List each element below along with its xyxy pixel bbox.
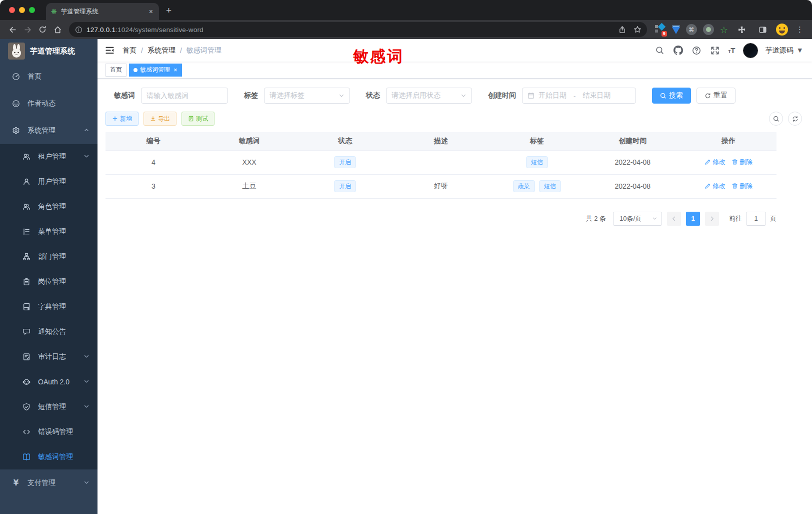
sidebar-item-audit-log[interactable]: 审计日志 [0,344,98,369]
window-minimize-button[interactable] [19,7,25,13]
browser-menu-icon[interactable]: ⋮ [796,25,804,34]
edit-link[interactable]: 修改 [704,182,726,191]
app-title: 芋道管理系统 [30,47,75,56]
site-info-icon[interactable] [75,26,82,34]
column-header: 敏感词 [202,132,298,150]
home-icon[interactable] [50,22,65,37]
goto-page-input[interactable] [746,212,766,226]
keyword-input[interactable] [146,92,222,100]
url-bar[interactable]: 127.0.0.1:1024/system/sensitive-word [69,22,647,37]
sidebar-item-pay[interactable]: ¥支付管理 [0,469,98,496]
star-extension-icon[interactable]: ☆ [720,25,728,35]
sidebar-item-label: OAuth 2.0 [38,378,70,386]
filter-status-label: 状态 [366,91,380,100]
sidebar-item-notice[interactable]: 通知公告 [0,319,98,344]
search-button[interactable]: 搜索 [652,88,691,104]
refresh-table-button[interactable] [788,112,802,126]
sidebar-logo-row[interactable]: 芋道管理系统 [0,39,98,63]
breadcrumb: 首页/系统管理/敏感词管理 [122,46,222,55]
prev-page-button[interactable] [667,212,681,226]
sidebar-item-author-news[interactable]: 作者动态 [0,90,98,117]
filter-date: 创建时间 开始日期 - 结束日期 [488,88,636,104]
sidebar-item-sms[interactable]: 短信管理 [0,394,98,419]
puzzle-extensions-icon[interactable] [734,22,749,37]
delete-link[interactable]: 删除 [732,158,752,167]
share-icon[interactable] [615,22,630,37]
audit-log-icon [22,353,31,361]
sidebar-fold-icon[interactable] [98,39,122,62]
breadcrumb-item[interactable]: 系统管理 [148,46,176,55]
sidebar-item-dept[interactable]: 部门管理 [0,244,98,269]
cell-status: 开启 [297,174,393,198]
chevron-down-icon[interactable]: ▼ [798,47,802,54]
cell-actions: 修改删除 [680,150,776,174]
sidebar-item-menu[interactable]: 菜单管理 [0,219,98,244]
browser-chrome: ❋ 芋道管理系统 × + 127.0.0.1:1024/system/sensi… [0,0,812,39]
page-size-select[interactable]: 10条/页 [613,212,662,226]
tab-close-icon[interactable]: × [148,8,154,16]
forward-icon[interactable] [20,22,35,37]
browser-toolbar: 127.0.0.1:1024/system/sensitive-word 9 ⌘… [0,20,812,39]
edit-link[interactable]: 修改 [704,158,726,167]
status-select[interactable]: 请选择启用状态 [386,88,472,104]
page-number-1[interactable]: 1 [686,212,700,226]
side-panel-icon[interactable] [755,22,770,37]
window-zoom-button[interactable] [29,7,35,13]
cell-created: 2022-04-08 [585,174,681,198]
users-icon [22,153,31,161]
search-icon[interactable] [654,46,665,55]
sidebar-item-user[interactable]: 用户管理 [0,169,98,194]
sidebar-item-sensitive-word[interactable]: 敏感词管理 [0,444,98,469]
font-size-icon[interactable]: тT [728,46,735,55]
bookmark-star-icon[interactable] [630,22,645,37]
breadcrumb-item[interactable]: 首页 [122,46,136,55]
sidebar: 芋道管理系统 首页作者动态系统管理租户管理用户管理角色管理菜单管理部门管理岗位管… [0,39,98,514]
add-button[interactable]: 新增 [106,112,138,126]
sidebar-item-home[interactable]: 首页 [0,63,98,90]
tag-assistant-extension-icon[interactable]: 9 [654,24,666,35]
sidebar-item-error-code[interactable]: 错误码管理 [0,419,98,444]
content: 敏感词 标签 请选择标签 状态 请选择启用状态 [98,79,812,226]
dashboard-icon [12,73,20,81]
tab-sensitive-word[interactable]: 敏感词管理× [129,64,182,77]
sidebar-item-oauth[interactable]: OAuth 2.0 [0,369,98,394]
tab-home[interactable]: 首页 [106,64,126,77]
sidebar-item-label: 系统管理 [28,126,56,135]
annotation-text: 敏感词 [353,46,404,67]
recorder-extension-icon[interactable] [703,24,714,35]
date-range-picker[interactable]: 开始日期 - 结束日期 [522,88,636,104]
sidebar-item-post[interactable]: 岗位管理 [0,269,98,294]
sidebar-item-label: 部门管理 [38,252,66,261]
sidebar-item-role[interactable]: 角色管理 [0,194,98,219]
profile-avatar[interactable] [776,24,788,36]
sidebar-item-label: 首页 [28,72,42,81]
active-dot-icon [134,68,138,72]
sidebar-item-label: 短信管理 [38,402,66,411]
sidebar-item-dict[interactable]: 字典管理 [0,294,98,319]
column-header: 状态 [297,132,393,150]
reset-button[interactable]: 重置 [696,88,736,104]
rabbit-logo [8,43,25,60]
help-icon[interactable] [691,46,702,55]
test-button[interactable]: 测试 [182,112,214,126]
next-page-button[interactable] [705,212,719,226]
edit-pencil-icon [704,183,711,189]
user-avatar[interactable] [743,43,758,58]
reload-icon[interactable] [35,22,50,37]
export-button[interactable]: 导出 [144,112,176,126]
window-close-button[interactable] [9,7,15,13]
command-extension-icon[interactable]: ⌘ [686,24,697,35]
show-search-button[interactable] [769,112,783,126]
close-icon[interactable]: × [174,66,178,74]
sidebar-item-tenant[interactable]: 租户管理 [0,144,98,169]
back-icon[interactable] [5,22,20,37]
new-tab-button[interactable]: + [166,5,172,16]
fullscreen-icon[interactable] [710,46,720,55]
sidebar-item-system[interactable]: 系统管理 [0,117,98,144]
tag-select[interactable]: 请选择标签 [264,88,350,104]
github-icon[interactable] [672,46,684,55]
browser-tab[interactable]: ❋ 芋道管理系统 × [46,3,159,20]
document-icon [188,116,194,122]
delete-link[interactable]: 删除 [732,182,752,191]
gem-extension-icon[interactable] [672,27,680,34]
